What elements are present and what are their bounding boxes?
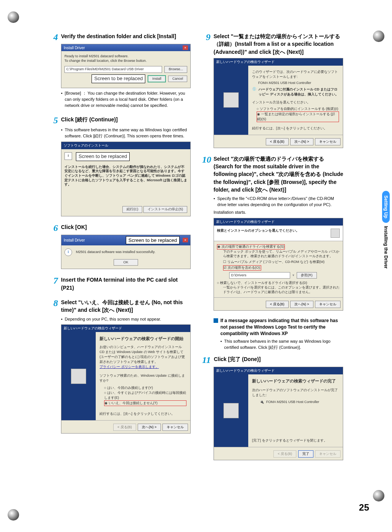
step-title: Insert the FOMA terminal into the PC car… (61, 276, 191, 292)
step-number: 10 (202, 155, 210, 164)
wizard-heading: 新しいハードウェアの検索ウィザードの完了 (252, 378, 339, 384)
browse-button[interactable]: Browse... (164, 66, 187, 73)
step-number: 4 (50, 32, 58, 42)
cancel-button[interactable]: キャンセル (162, 424, 188, 431)
dialog-title: Install Driver (64, 238, 85, 242)
stop-install-button[interactable]: インストールの停止(S) (143, 206, 187, 213)
dialog-message: M2501 datacard software was installed su… (76, 250, 155, 255)
step-title: Click [続行 (Continue)] (61, 116, 118, 123)
wizard-footer-text: [完了] をクリックするとウィザードを閉じます。 (252, 438, 339, 443)
cancel-button[interactable]: Cancel (168, 76, 187, 82)
info-square-icon (214, 318, 218, 323)
close-icon[interactable]: × (183, 238, 188, 242)
dialog-title: Install Driver (64, 46, 85, 50)
hardware-icon (331, 229, 340, 238)
next-button[interactable]: 次へ(N) > (138, 424, 161, 431)
option-description: 下のチェック ボックスを使って、リムーバブル メディアやローカル パスから検索で… (223, 250, 340, 258)
radio-option[interactable]: ○ 検索しないで、インストールするドライバを選択する(D) (217, 281, 340, 285)
search-options-dialog: 新しいハードウェアの検出ウィザード 検索とインストールのオプションを選んでくださ… (214, 218, 343, 311)
step-4: 4 Verify the destination folder and clic… (50, 32, 191, 109)
step-9: 9 Select "一覧または特定の場所からインストールする（詳細）(Insta… (202, 32, 343, 148)
step-number: 6 (50, 223, 58, 232)
binder-ring (8, 11, 19, 23)
bullet-icon: • (61, 127, 63, 139)
dialog-title: 新しいハードウェアの検出ウィザード (64, 326, 122, 331)
right-column: 9 Select "一覧または特定の場所からインストールする（詳細）(Insta… (202, 32, 343, 467)
info-heading: If a message appears indicating that thi… (220, 318, 343, 337)
step-number: 8 (50, 298, 58, 308)
continue-button[interactable]: 続行(C) (122, 206, 143, 213)
dialog-title: 新しいハードウェアの検出ウィザード (216, 219, 275, 224)
radio-option[interactable]: ○ はい、今回のみ接続します(Y) (104, 385, 186, 390)
destination-path-field[interactable]: C:\Program Files\MDI\M2501 Datacard USB … (64, 66, 162, 73)
dialog-title: 新しいハードウェアの検出ウィザード (216, 60, 275, 64)
ok-button[interactable]: OK (114, 259, 138, 266)
wizard-text: お使いのコンピュータ、ハードウェアのインストール CD または Windows … (100, 345, 186, 364)
hardware-icon (71, 369, 86, 384)
step-title: Select "一覧または特定の場所からインストールする（詳細）(Install… (214, 32, 343, 56)
cancel-button[interactable]: キャンセル (315, 301, 341, 308)
bullet-icon: • (61, 90, 63, 109)
radio-option-selected[interactable]: ◉ 次の場所で最適のドライバを検索する(S) (217, 244, 285, 250)
done-button[interactable]: 完了 (298, 450, 313, 458)
step-number: 7 (50, 276, 58, 285)
dropdown-icon[interactable]: ▾ (292, 273, 294, 278)
replace-label: Screen to be replaced (126, 236, 180, 244)
step-5: 5 Click [続行 (Continue)] •This software b… (50, 116, 191, 216)
wizard-question: インストール方法を選んでください。 (252, 100, 339, 105)
cd-instruction: ハードウェアに付属のインストール CD またはフロッピー ディスクがある場合は、… (259, 87, 339, 97)
replace-label: Screen to be replaced (76, 152, 130, 161)
radio-option[interactable]: ○ ソフトウェアを自動的にインストールする (推奨)(I) (257, 106, 339, 111)
step-title: Select "次の場所で最適のドライバを検索する (Search for th… (214, 155, 343, 193)
wizard-heading: 検索とインストールのオプションを選んでください。 (217, 229, 299, 238)
close-icon[interactable]: × (183, 45, 188, 50)
cd-icon: 💿 (252, 87, 256, 97)
privacy-link[interactable]: プライバシー ポリシーを表示します。 (100, 364, 186, 369)
bullet-icon: • (220, 339, 222, 351)
radio-option-selected[interactable]: ◉ いいえ、今回は接続しません(T) (104, 400, 186, 406)
wizard-sidebar (214, 66, 248, 135)
info-note: If a message appears indicating that thi… (214, 318, 343, 352)
back-button[interactable]: < 戻る(B) (266, 301, 289, 308)
bullet-text: [Browse] ： You can change the destinatio… (65, 90, 191, 109)
binder-ring (373, 31, 384, 42)
browse-button[interactable]: 参照(R) (297, 272, 317, 279)
wizard-text: 次のハードウェアのソフトウェアのインストールが完了しました: (252, 388, 339, 398)
hardware-icon (223, 403, 239, 418)
install-button[interactable]: Install (148, 75, 166, 83)
cancel-button[interactable]: キャンセル (315, 138, 341, 145)
step-number: 5 (50, 116, 58, 125)
checkbox-option-selected[interactable]: ☑ 次の場所を含める(O): (223, 265, 261, 271)
dialog-title: ソフトウェアのインストール (64, 143, 108, 148)
radio-option-selected[interactable]: ◉ 一覧または特定の場所からインストールする (詳細)(S) (257, 111, 339, 122)
bullet-text: This software behaves in the same way as… (65, 127, 191, 139)
dialog-text: Ready to install M2501 datacard software… (64, 54, 187, 59)
option-description: 一覧からドライバを選択するには、このオプションを選びます。選択されたドライバは、… (223, 285, 340, 294)
side-tab: Setting Up Installing the Driver (382, 191, 390, 272)
step-10: 10 Select "次の場所で最適のドライバを検索する (Search for… (202, 155, 343, 311)
bullet-text: Depending on your PC, this screen may no… (65, 316, 161, 322)
hardware-icon (223, 92, 239, 108)
page-content: 4 Verify the destination folder and clic… (50, 32, 347, 467)
install-driver-dialog: Install Driver × Ready to install M2501 … (61, 44, 191, 88)
checkbox-option[interactable]: ☐ リムーバブル メディア (フロッピー、CD-ROM など) を検索(M) (223, 260, 340, 264)
wizard-sidebar (214, 374, 248, 447)
back-button[interactable]: < 戻る(B) (266, 138, 289, 145)
next-button[interactable]: 次へ(N) > (290, 138, 313, 145)
wizard-heading: 新しいハードウェアの検索ウィザードの開始 (100, 336, 186, 342)
wizard-footer-text: 続行するには、[次へ] をクリックしてください。 (252, 126, 339, 131)
radio-option[interactable]: ○ はい、今すぐおよびデバイスの接続時には毎回接続します(E) (104, 390, 186, 400)
info-icon: i (64, 248, 72, 256)
bullet-text: This software behaves in the same way as… (224, 339, 343, 351)
path-field[interactable]: D:\Drivers (229, 272, 290, 279)
step-title: Click [完了 (Done)] (214, 355, 261, 363)
dialog-text: To change the install location, click th… (64, 59, 187, 63)
next-button[interactable]: 次へ(N) > (290, 301, 313, 308)
device-name: FOMA M2501 USB Host Controller (266, 400, 319, 404)
dialog-title: 新しいハードウェアの検出ウィザード (216, 368, 275, 373)
bullet-text: Specify the file "<CD-ROM drive letter>:… (217, 196, 343, 208)
step-7: 7 Insert the FOMA terminal into the PC c… (50, 276, 191, 292)
dialog-body-text: インストールを続行した場合、システムの動作が損なわれたり、システムが不安定になる… (64, 165, 187, 187)
step-number: 9 (202, 32, 210, 42)
cancel-button: キャンセル (315, 450, 341, 458)
